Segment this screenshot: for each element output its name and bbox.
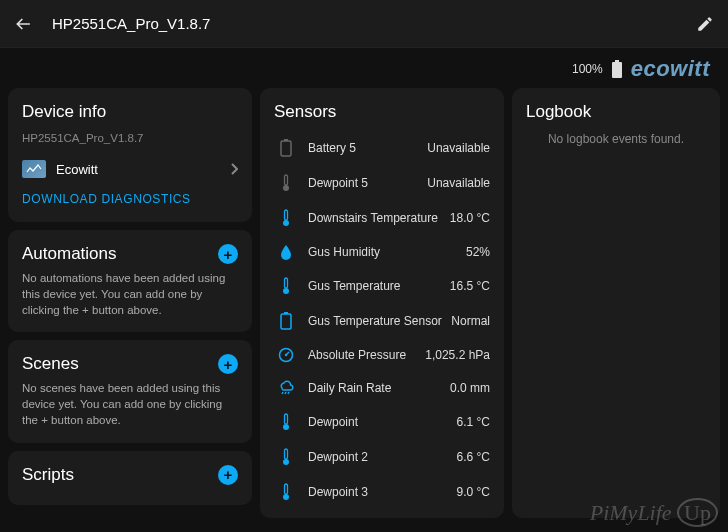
chevron-right-icon: [230, 163, 238, 175]
svg-rect-18: [285, 484, 288, 494]
svg-point-15: [283, 424, 289, 430]
sensor-row[interactable]: Absolute Pressure 1,025.2 hPa: [274, 340, 490, 370]
logbook-empty-text: No logbook events found.: [526, 132, 706, 146]
svg-point-7: [283, 220, 289, 226]
ecowitt-logo-icon: [22, 160, 46, 178]
svg-point-13: [285, 354, 287, 356]
sensor-row[interactable]: Gus Humidity 52%: [274, 237, 490, 267]
scenes-card: Scenes + No scenes have been added using…: [8, 340, 252, 442]
scenes-empty-text: No scenes have been added using this dev…: [22, 380, 238, 428]
sensor-label: Dewpoint 2: [308, 450, 457, 464]
battery-percent: 100%: [572, 62, 603, 76]
sensor-value: 16.5 °C: [450, 279, 490, 293]
sensors-title: Sensors: [274, 102, 490, 122]
scenes-title: Scenes: [22, 354, 79, 374]
thermo-icon: [274, 483, 298, 501]
sensor-label: Gus Temperature: [308, 279, 450, 293]
logbook-card: Logbook No logbook events found.: [512, 88, 720, 518]
sensor-label: Gus Humidity: [308, 245, 466, 259]
gauge-icon: [274, 347, 298, 363]
sensor-value: 6.6 °C: [457, 450, 490, 464]
thermo-icon: [274, 277, 298, 295]
svg-rect-6: [285, 210, 288, 220]
thermo-icon: [274, 209, 298, 227]
brand-logo: ecowitt: [631, 56, 710, 82]
sensor-value: 52%: [466, 245, 490, 259]
sensor-row[interactable]: Downstairs Temperature 18.0 °C: [274, 202, 490, 234]
sensor-label: Absolute Pressure: [308, 348, 425, 362]
sensor-row[interactable]: Dewpoint 6.1 °C: [274, 406, 490, 438]
add-script-button[interactable]: +: [218, 465, 238, 485]
battery-icon: [611, 60, 623, 78]
svg-rect-8: [285, 278, 288, 288]
sensor-row[interactable]: Gus Temperature 16.5 °C: [274, 270, 490, 302]
device-info-subtitle: HP2551CA_Pro_V1.8.7: [22, 132, 238, 144]
status-bar: 100% ecowitt: [0, 48, 728, 88]
sensor-row[interactable]: Gus Temperature Sensor Normal: [274, 305, 490, 337]
sensor-row[interactable]: Daily Rain Rate 0.0 mm: [274, 373, 490, 403]
edit-button[interactable]: [696, 15, 714, 33]
svg-rect-4: [285, 175, 288, 185]
automations-empty-text: No automations have been added using thi…: [22, 270, 238, 318]
sensor-row[interactable]: Dewpoint 2 6.6 °C: [274, 441, 490, 473]
svg-rect-0: [615, 60, 619, 62]
arrow-left-icon: [14, 14, 34, 34]
sensor-value: Unavailable: [427, 141, 490, 155]
sensor-label: Battery 5: [308, 141, 427, 155]
pencil-icon: [696, 15, 714, 33]
sensor-label: Dewpoint 5: [308, 176, 427, 190]
page-title: HP2551CA_Pro_V1.8.7: [52, 15, 696, 32]
thermo-icon: [274, 413, 298, 431]
thermo-icon: [274, 174, 298, 192]
battery-icon: [274, 139, 298, 157]
sensor-label: Gus Temperature Sensor: [308, 314, 451, 328]
sensor-value: Unavailable: [427, 176, 490, 190]
sensor-row[interactable]: Battery 5 Unavailable: [274, 132, 490, 164]
svg-rect-16: [285, 449, 288, 459]
sensor-value: 9.0 °C: [457, 485, 490, 499]
sensor-label: Daily Rain Rate: [308, 381, 450, 395]
svg-point-17: [283, 459, 289, 465]
add-automation-button[interactable]: +: [218, 244, 238, 264]
add-scene-button[interactable]: +: [218, 354, 238, 374]
scripts-title: Scripts: [22, 465, 74, 485]
rain-icon: [274, 380, 298, 396]
svg-rect-1: [612, 62, 622, 78]
sensor-label: Dewpoint: [308, 415, 457, 429]
sensor-value: 0.0 mm: [450, 381, 490, 395]
svg-point-19: [283, 494, 289, 500]
device-info-title: Device info: [22, 102, 238, 122]
vendor-name: Ecowitt: [56, 162, 220, 177]
sensor-value: 6.1 °C: [457, 415, 490, 429]
svg-rect-11: [281, 314, 291, 329]
sensor-value: 18.0 °C: [450, 211, 490, 225]
scripts-card: Scripts +: [8, 451, 252, 505]
thermo-icon: [274, 448, 298, 466]
device-info-card: Device info HP2551CA_Pro_V1.8.7 Ecowitt …: [8, 88, 252, 222]
drop-icon: [274, 244, 298, 260]
topbar: HP2551CA_Pro_V1.8.7: [0, 0, 728, 48]
sensor-row[interactable]: Dewpoint 5 Unavailable: [274, 167, 490, 199]
automations-card: Automations + No automations have been a…: [8, 230, 252, 332]
download-diagnostics-button[interactable]: DOWNLOAD DIAGNOSTICS: [22, 184, 238, 208]
svg-rect-14: [285, 414, 288, 424]
svg-rect-3: [281, 141, 291, 156]
svg-point-9: [283, 288, 289, 294]
sensor-label: Dewpoint 3: [308, 485, 457, 499]
logbook-title: Logbook: [526, 102, 706, 122]
sensor-row[interactable]: Dewpoint 3 9.0 °C: [274, 476, 490, 508]
back-button[interactable]: [14, 14, 34, 34]
battery-icon: [274, 312, 298, 330]
sensor-value: 1,025.2 hPa: [425, 348, 490, 362]
sensors-card: Sensors Battery 5 Unavailable Dewpoint 5…: [260, 88, 504, 518]
sensor-label: Downstairs Temperature: [308, 211, 450, 225]
automations-title: Automations: [22, 244, 117, 264]
vendor-row[interactable]: Ecowitt: [22, 154, 238, 184]
svg-point-5: [283, 185, 289, 191]
sensor-value: Normal: [451, 314, 490, 328]
